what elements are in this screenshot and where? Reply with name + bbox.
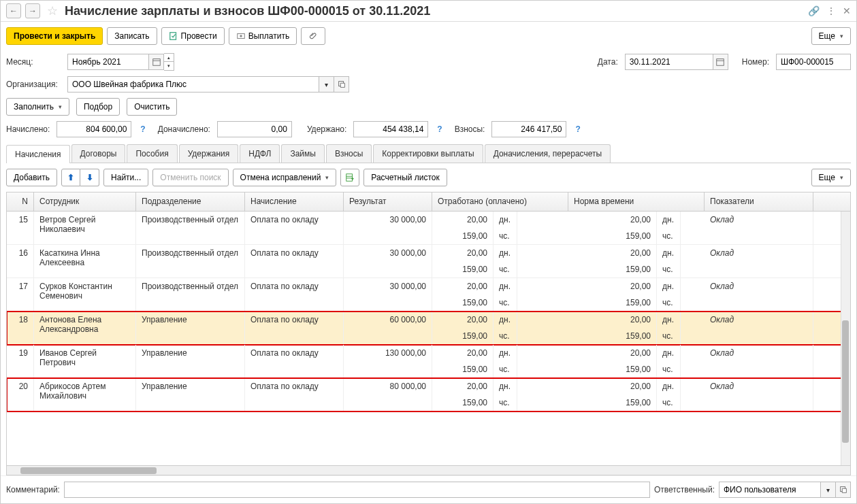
cell-worked-days[interactable]: 20,00 [432,245,494,261]
cell-accrual[interactable]: Оплата по окладу [245,278,344,311]
table-more-button[interactable]: Еще [811,169,851,186]
horizontal-scrollbar[interactable] [7,465,850,475]
more-button[interactable]: Еще [811,27,851,45]
cell-worked-hours[interactable]: 159,00 [432,361,494,377]
month-input[interactable] [67,54,149,70]
nav-forward-button[interactable]: → [25,3,40,18]
month-spinner[interactable]: ▴▾ [164,53,174,71]
cell-worked-days[interactable]: 20,00 [432,278,494,295]
favorite-star-icon[interactable]: ☆ [47,3,58,18]
clear-button[interactable]: Очистить [127,98,177,116]
table-row[interactable]: 18Антонова Елена АлександровнаУправление… [7,312,850,345]
cell-norm-hours[interactable]: 159,00 [568,295,657,311]
cell-result[interactable]: 80 000,00 [344,378,432,411]
org-input[interactable] [67,76,319,93]
attach-button[interactable] [301,27,325,45]
tab-1[interactable]: Договоры [71,144,126,163]
table-row[interactable]: 20Абрикосов Артем МихайловичУправлениеОп… [7,378,850,411]
cell-dept[interactable]: Производственный отдел [136,245,245,278]
vertical-scrollbar[interactable] [841,212,850,465]
cell-employee[interactable]: Иванов Сергей Петрович [34,345,136,377]
link-icon[interactable]: 🔗 [808,5,820,16]
cell-accrual[interactable]: Оплата по окладу [245,212,344,244]
number-input[interactable] [776,54,851,70]
cell-norm-hours[interactable]: 159,00 [568,328,657,344]
find-button[interactable]: Найти... [103,169,148,186]
date-calendar-button[interactable] [713,54,728,70]
cell-indicator[interactable]: Оклад [705,312,813,344]
cell-norm-days[interactable]: 20,00 [568,312,657,328]
tab-2[interactable]: Пособия [127,144,177,163]
cell-worked-days[interactable]: 20,00 [432,312,494,328]
responsible-dropdown-button[interactable]: ▾ [821,482,836,498]
cell-employee[interactable]: Ветров Сергей Николаевич [34,212,136,244]
cancel-find-button[interactable]: Отменить поиск [152,169,228,186]
show-details-button[interactable] [340,169,359,186]
tab-0[interactable]: Начисления [6,145,70,163]
cell-norm-days[interactable]: 20,00 [568,378,657,394]
table-row[interactable]: 17Сурков Константин СеменовичПроизводств… [7,278,850,312]
col-norm[interactable]: Норма времени [568,192,705,211]
tab-5[interactable]: Займы [281,144,325,163]
cell-worked-days[interactable]: 20,00 [432,378,494,394]
comment-input[interactable] [64,482,650,498]
cell-result[interactable]: 30 000,00 [344,245,432,278]
cell-indicator[interactable]: Оклад [705,245,813,278]
cell-worked-days[interactable]: 20,00 [432,212,494,228]
cancel-corrections-button[interactable]: Отмена исправлений [233,169,337,186]
table-row[interactable]: 16Касаткина Инна АлексеевнаПроизводствен… [7,245,850,278]
col-worked[interactable]: Отработано (оплачено) [432,192,568,211]
cell-norm-days[interactable]: 20,00 [568,345,657,361]
accrued-help[interactable]: ? [140,124,145,134]
col-n[interactable]: N [7,192,34,211]
date-input[interactable] [625,54,713,70]
tab-3[interactable]: Удержания [179,144,239,163]
org-open-button[interactable] [334,76,349,93]
pay-button[interactable]: Выплатить [229,27,297,45]
cell-worked-days[interactable]: 20,00 [432,345,494,361]
payslip-button[interactable]: Расчетный листок [363,169,447,186]
contrib-value[interactable] [491,121,566,137]
cell-indicator[interactable]: Оклад [705,278,813,311]
cell-employee[interactable]: Абрикосов Артем Михайлович [34,378,136,411]
cell-indicator[interactable]: Оклад [705,212,813,244]
table-row[interactable]: 15Ветров Сергей НиколаевичПроизводственн… [7,212,850,245]
cell-employee[interactable]: Антонова Елена Александровна [34,312,136,344]
col-dept[interactable]: Подразделение [136,192,245,211]
cell-worked-hours[interactable]: 159,00 [432,394,494,411]
select-button[interactable]: Подбор [76,98,120,116]
col-employee[interactable]: Сотрудник [34,192,136,211]
cell-worked-hours[interactable]: 159,00 [432,261,494,278]
tab-6[interactable]: Взносы [326,144,372,163]
cell-accrual[interactable]: Оплата по окладу [245,245,344,278]
contrib-help[interactable]: ? [575,124,580,134]
col-accrual[interactable]: Начисление [245,192,344,211]
close-icon[interactable]: ✕ [843,5,851,16]
tab-4[interactable]: НДФЛ [240,144,280,163]
cell-accrual[interactable]: Оплата по окладу [245,312,344,344]
org-dropdown-button[interactable]: ▾ [319,76,334,93]
accrued-value[interactable] [56,121,131,137]
move-up-button[interactable]: ⬆ [61,169,80,186]
add-row-button[interactable]: Добавить [6,169,57,186]
table-row[interactable]: 19Иванов Сергей ПетровичУправлениеОплата… [7,345,850,378]
responsible-open-button[interactable] [836,482,851,498]
cell-norm-hours[interactable]: 159,00 [568,394,657,411]
cell-indicator[interactable]: Оклад [705,345,813,377]
cell-worked-hours[interactable]: 159,00 [432,328,494,344]
cell-result[interactable]: 60 000,00 [344,312,432,344]
cell-result[interactable]: 130 000,00 [344,345,432,377]
month-calendar-button[interactable] [149,54,164,70]
cell-indicator[interactable]: Оклад [705,378,813,411]
nav-back-button[interactable]: ← [6,3,21,18]
col-indicator[interactable]: Показатели [705,192,813,211]
tab-8[interactable]: Доначисления, перерасчеты [485,144,611,163]
withheld-help[interactable]: ? [437,124,442,134]
save-button[interactable]: Записать [107,27,157,45]
cell-norm-days[interactable]: 20,00 [568,212,657,228]
cell-result[interactable]: 30 000,00 [344,212,432,244]
tab-7[interactable]: Корректировки выплаты [373,144,483,163]
cell-employee[interactable]: Сурков Константин Семенович [34,278,136,311]
cell-dept[interactable]: Управление [136,312,245,344]
cell-result[interactable]: 30 000,00 [344,278,432,311]
